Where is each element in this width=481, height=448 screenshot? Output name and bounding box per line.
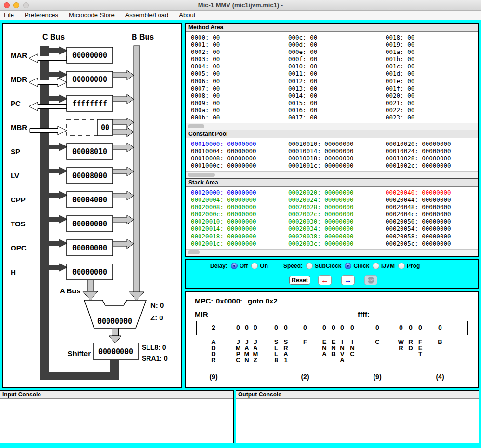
mir-bit-jamz: 0	[254, 324, 257, 331]
memory-entry: 00010028: 00000000	[386, 155, 478, 162]
memory-entry: 0000: 00	[191, 34, 288, 41]
memory-entry: 0018: 00	[386, 34, 478, 41]
alu-z-flag: Z: 0	[150, 314, 163, 322]
stack-area-scrollbar[interactable]	[186, 249, 478, 256]
memory-entry: 00020004: 00000000	[191, 196, 288, 203]
menu-item-microcode-store[interactable]: Microcode Store	[69, 12, 115, 19]
mir-bit-jamn: 0	[245, 324, 249, 331]
speed-subclock-radio[interactable]	[306, 263, 313, 269]
memory-entry: 00020044: 00000000	[386, 196, 478, 203]
menu-item-assemble-load[interactable]: Assemble/Load	[125, 12, 169, 19]
memory-entry: 00020020: 00000000	[288, 189, 386, 196]
input-console-body[interactable]	[0, 399, 233, 443]
register-value-cpp: 00004000	[72, 196, 107, 204]
method-area-rows: 0000: 000001: 000002: 000003: 000004: 00…	[186, 32, 478, 121]
mir-bit-inc: 0	[350, 324, 354, 331]
input-console-header: Input Console	[0, 391, 233, 399]
memory-entry: 0022: 00	[386, 106, 478, 114]
c-bus-bar	[40, 46, 49, 380]
memory-entry: 0002004c: 00000000	[386, 211, 478, 218]
alu-shifter-arrow-shaft	[112, 328, 119, 336]
memory-entry: 00010018: 00000000	[288, 155, 386, 162]
shifter-sra1-flag: SRA1: 0	[142, 355, 168, 362]
memory-entry: 0002000c: 00000000	[191, 211, 288, 218]
speed-ijvm-radio[interactable]	[373, 263, 379, 269]
mpc-label: MPC:	[195, 297, 213, 305]
a-bus-label: A Bus	[60, 287, 80, 295]
memory-entry: 0002002c: 00000000	[288, 211, 386, 218]
mir-field-label-fet: F E T	[418, 339, 423, 357]
memory-entry: 00020050: 00000000	[386, 218, 478, 225]
memory-entry: 000e: 00	[288, 48, 386, 55]
speed-clock-radio[interactable]	[345, 263, 351, 269]
constant-pool-header: Constant Pool	[186, 130, 478, 138]
mbr-bbus-arrow-1	[113, 118, 134, 127]
constant-pool-section: Constant Pool 00010000: 0000000000010004…	[186, 130, 478, 178]
memory-entry: 001d: 00	[386, 70, 478, 77]
delay-radio-group: OffOn	[231, 263, 268, 269]
mir-field-label-jmpc: J M P C	[236, 339, 241, 363]
method-area-scrollbar[interactable]	[186, 123, 478, 130]
memory-entry: 0003: 00	[191, 55, 288, 63]
memory-entry: 00010020: 00000000	[386, 140, 478, 147]
memory-entry: 00020048: 00000000	[386, 203, 478, 211]
stop-button[interactable]: STOP	[364, 275, 377, 285]
step-back-button[interactable]: ←	[318, 275, 332, 285]
delay-on-radio[interactable]	[251, 263, 258, 269]
menu-item-file[interactable]: File	[4, 12, 14, 19]
a-bus-bar	[87, 279, 94, 292]
mpc-address: 0x0000:	[216, 297, 242, 305]
control-row-options: Delay: OffOn Speed: SubClockClockIJVMPro…	[210, 263, 420, 269]
memory-entry: 0023: 00	[386, 114, 478, 121]
stack-area-section: Stack Area 00020000: 0000000000020004: 0…	[186, 178, 478, 256]
a-bus-arrowhead	[83, 291, 98, 300]
scrollbar-thumb[interactable]	[188, 173, 215, 177]
method-area-section: Method Area 0000: 000001: 000002: 000003…	[186, 24, 478, 130]
pc-bbus-arrow	[113, 94, 134, 104]
scrollbar-thumb[interactable]	[188, 250, 200, 254]
memory-entry: 0002005c: 00000000	[386, 240, 478, 247]
speed-prog-radio[interactable]	[398, 263, 405, 269]
memory-entry: 00020040: 00000000	[386, 189, 478, 196]
stack-area-rows: 00020000: 0000000000020004: 000000000002…	[186, 187, 478, 247]
reset-button[interactable]: Reset	[289, 276, 310, 285]
register-label-h: H	[11, 268, 16, 276]
delay-on-label: On	[260, 263, 268, 269]
memory-entry: 000c: 00	[288, 34, 386, 41]
mir-bit-jmpc: 0	[236, 324, 240, 331]
memory-entry: 00020010: 00000000	[191, 218, 288, 225]
memory-entry: 001b: 00	[386, 55, 478, 63]
c-bus-bottom-bar	[40, 372, 119, 380]
memory-entry: 00010014: 00000000	[288, 147, 386, 155]
mir-field-label-inc: I N C	[350, 339, 354, 357]
memory-entry: 00020030: 00000000	[288, 218, 386, 225]
register-label-lv: LV	[11, 171, 19, 180]
left-arrow-icon: ←	[321, 277, 329, 284]
menu-item-about[interactable]: About	[179, 12, 195, 19]
memory-entry: 0015: 00	[288, 99, 386, 106]
memory-entry: 0013: 00	[288, 85, 386, 92]
delay-on-option: On	[251, 263, 268, 269]
output-console-body	[236, 399, 479, 443]
register-box-mbr-dashed	[67, 119, 97, 135]
control-panel: Delay: OffOn Speed: SubClockClockIJVMPro…	[185, 259, 479, 289]
memory-entry: 000f: 00	[288, 55, 386, 63]
memory-entry: 00010008: 00000000	[191, 155, 288, 162]
speed-subclock-label: SubClock	[315, 263, 341, 269]
register-value-tos: 00000000	[72, 220, 107, 228]
memory-entry: 00020000: 00000000	[191, 189, 288, 196]
memory-entry: 0001001c: 00000000	[288, 162, 386, 169]
delay-off-radio[interactable]	[231, 263, 238, 269]
alu-value: 00000000	[97, 317, 132, 326]
mir-field-label-enb: E N B	[331, 339, 335, 357]
mir-panel: MPC: 0x0000: goto 0x2 MIR ffff: 2A D D R…	[185, 291, 479, 388]
menu-item-preferences[interactable]: Preferences	[25, 12, 58, 19]
step-forward-button[interactable]: →	[341, 275, 355, 285]
scrollbar-thumb[interactable]	[188, 124, 204, 128]
memory-entry: 0009: 00	[191, 99, 288, 106]
mir-field-label-wr: W R	[398, 339, 404, 351]
constant-pool-scrollbar[interactable]	[186, 171, 478, 178]
memory-entry: 0007: 00	[191, 85, 288, 92]
memory-entry: 0004: 00	[191, 63, 288, 70]
register-label-tos: TOS	[11, 220, 26, 228]
